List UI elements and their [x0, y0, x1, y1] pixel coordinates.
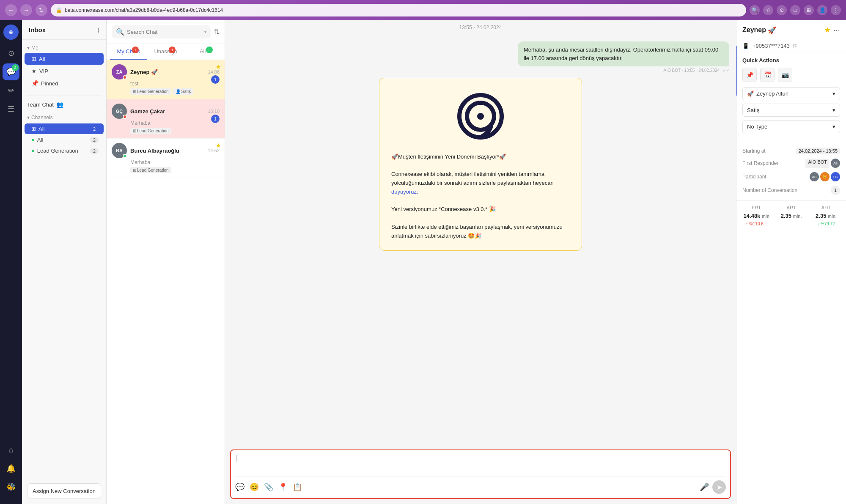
star-badge-zeynep: ★ [216, 63, 221, 70]
menu-icon[interactable]: ⋮ [831, 5, 841, 15]
bell-icon[interactable]: 🔔 [3, 460, 19, 477]
chat-list: ★ ZA Zeynep 🚀 14:06 test ⊞ Lea [107, 60, 225, 504]
aht-label: AHT [812, 205, 840, 210]
participant-label: Participant [742, 174, 766, 180]
camera-action-button[interactable]: 📷 [778, 68, 792, 82]
pin-action-button[interactable]: 📌 [742, 68, 757, 82]
mic-button[interactable]: 🎤 [700, 482, 709, 492]
art-value: 2.35 min. [777, 213, 805, 219]
chat-preview-burcu: Merhaba [112, 159, 220, 165]
chat-item-zeynep[interactable]: ★ ZA Zeynep 🚀 14:06 test ⊞ Lea [107, 60, 225, 99]
chat-item-header-burcu: BA Burcu Albayraoğlu 14:52 [112, 143, 220, 158]
inbox-pinned-item[interactable]: 📌 Pinned [25, 77, 104, 89]
chat-item-gamze[interactable]: GÇ Gamze Çakar 15:10 Merhaba ⊞ Lead Gene… [107, 99, 225, 139]
inbox-vip-item[interactable]: ★ VIP [25, 65, 104, 77]
unread-badge-gamze: 1 [211, 115, 220, 123]
chat-name-gamze: Gamze Çakar [130, 108, 165, 115]
chat-date-divider: 13:55 - 24.02.2024 [225, 20, 736, 35]
promo-text: 🚀Müşteri İletişiminin Yeni Dönemi Başlıy… [385, 153, 576, 247]
location-tool-button[interactable]: 📍 [278, 482, 288, 492]
input-tools: 💬 😊 📎 📍 📋 [235, 482, 302, 492]
chat-tags-zeynep: ⊞ Lead Generation 👤 Satış [112, 88, 220, 95]
contact-emoji: 🚀 [768, 26, 776, 34]
favorite-star-icon[interactable]: ★ [824, 25, 831, 35]
channel-lead-gen-item[interactable]: ● Lead Generation 2 [25, 145, 104, 156]
url-bar[interactable]: 🔒 beta.connexease.com/chat/a3a29db8-b0da… [51, 4, 746, 16]
participant-avatar-2: 🐱 [820, 172, 830, 181]
search-browser-icon[interactable]: 🔍 [750, 5, 760, 15]
search-bar[interactable]: 🔍 ▾ [112, 25, 211, 38]
search-icon: 🔍 [116, 28, 124, 36]
art-label: ART [777, 205, 805, 210]
participant-avatar-1: AB [810, 172, 819, 181]
department-select[interactable]: Satış ▾ [742, 104, 840, 117]
copy-icon[interactable]: ⎘ [793, 43, 797, 49]
team-chat-item[interactable]: Team Chat 👥 [22, 99, 106, 110]
chat-name-burcu: Burcu Albayraoğlu [130, 148, 179, 154]
send-button[interactable]: ➤ [712, 480, 726, 494]
chat-tabs: My Chats 1 Unassign 1 All 2 [107, 44, 225, 60]
star-badge-burcu: ★ [216, 142, 221, 149]
chat-icon[interactable]: 💬 2 [3, 63, 19, 80]
back-button[interactable]: ← [5, 4, 17, 16]
home-icon[interactable]: ⊙ [3, 45, 19, 62]
me-section-header[interactable]: ▾ Me [22, 43, 106, 52]
tab-all[interactable]: All 2 [184, 44, 221, 60]
icon-sidebar: e ⊙ 💬 2 ✏ ☰ ⌂ 🔔 🐝 [0, 20, 22, 504]
profile-icon[interactable]: 👤 [817, 5, 827, 15]
forward-button[interactable]: → [20, 4, 32, 16]
first-responder-avatars: AIO BOT AB [805, 159, 840, 168]
channel-lead-badge: 2 [90, 148, 99, 154]
message-input[interactable]: | [235, 455, 726, 471]
bug-icon[interactable]: 🐝 [3, 479, 19, 496]
my-chats-badge: 1 [132, 47, 139, 53]
extension2-icon[interactable]: □ [790, 5, 800, 15]
tab-unassign[interactable]: Unassign 1 [147, 44, 184, 60]
read-check-icon: ✓✓ [722, 68, 729, 73]
more-options-button[interactable]: ⋯ [833, 26, 840, 34]
inbox-all-item[interactable]: ⊞ All [25, 53, 104, 65]
search-input[interactable] [127, 29, 202, 35]
attach-tool-button[interactable]: 📎 [264, 482, 273, 492]
channel-whatsapp-item[interactable]: ● All 2 [25, 134, 104, 145]
inbox-divider [27, 96, 101, 96]
bot-message: Merhaba, şu anda mesai saatleri dışınday… [518, 41, 729, 73]
emoji-tool-button[interactable]: 😊 [250, 482, 259, 492]
quote-tool-button[interactable]: 💬 [235, 482, 244, 492]
unread-badge-zeynep: 1 [211, 75, 220, 84]
tag-grid-icon3: ⊞ [133, 168, 136, 173]
sort-button[interactable]: ⇅ [214, 28, 220, 36]
extension3-icon[interactable]: ⊞ [804, 5, 814, 15]
agent-select[interactable]: 🚀 Zeynep Altun ▾ [742, 87, 840, 100]
refresh-button[interactable]: ↻ [36, 4, 47, 16]
compose-icon[interactable]: ✏ [3, 82, 19, 99]
channels-header[interactable]: ▾ Channels [22, 112, 106, 123]
tag-grid-icon2: ⊞ [133, 129, 136, 133]
participant-row: Participant AB 🐱 FB [742, 170, 840, 184]
avatar-status-gamze [123, 115, 127, 119]
list-icon[interactable]: ☰ [3, 101, 19, 118]
channels-section: ▾ Channels ⊞ All 2 ● All 2 ● [22, 110, 106, 158]
right-panel-tabs: 👤 ℹ 📋 ⚙ [736, 46, 737, 96]
chat-item-burcu[interactable]: ★ BA Burcu Albayraoğlu 14:52 Merhaba ⊞ [107, 139, 225, 178]
extension-icon[interactable]: ⊙ [777, 5, 787, 15]
num-conversation-value: 1 [831, 186, 840, 195]
inbox-collapse-button[interactable]: ⟨ [97, 27, 99, 33]
first-responder-value: AIO BOT [805, 159, 830, 168]
template-tool-button[interactable]: 📋 [293, 482, 302, 492]
assign-new-conversation-button[interactable]: Assign New Conversation [27, 483, 101, 499]
calendar-action-button[interactable]: 📅 [760, 68, 775, 82]
bookmark-icon[interactable]: ☆ [763, 5, 773, 15]
type-select[interactable]: No Type ▾ [742, 120, 840, 133]
search-dropdown-icon[interactable]: ▾ [204, 30, 206, 34]
tab-my-chats[interactable]: My Chats 1 [110, 44, 147, 60]
promo-link[interactable]: duyuyoruz: [391, 189, 418, 195]
starting-at-label: Starting at [742, 148, 766, 154]
channel-all-item[interactable]: ⊞ All 2 [25, 123, 104, 134]
home-bottom-icon[interactable]: ⌂ [3, 441, 19, 458]
lead-gen-dot-icon: ● [31, 148, 35, 154]
right-panel: 👤 ℹ 📋 ⚙ Zeynep 🚀 ★ ⋯ 📱 +90537***7143 ⎘ Q… [736, 20, 846, 504]
num-conversation-label: Number of Conversation [742, 187, 797, 193]
metrics-labels-row: FRT ART AHT [742, 205, 840, 210]
whatsapp-icon: ● [31, 137, 35, 143]
